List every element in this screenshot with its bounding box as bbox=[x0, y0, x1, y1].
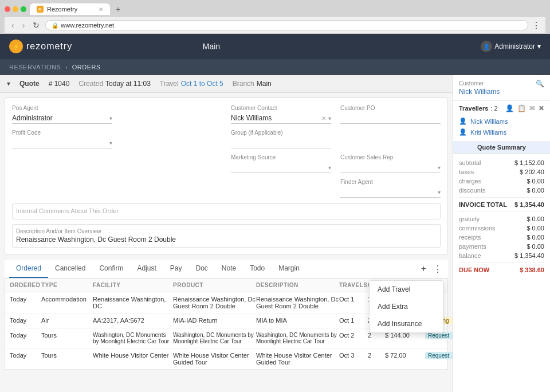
taxes-value: $ 202.40 bbox=[520, 168, 544, 175]
browser-more-button[interactable]: ⋮ bbox=[532, 20, 541, 31]
app-header: ⚡ rezometry Main 👤 Administrator ▾ bbox=[0, 34, 550, 59]
add-extra-item[interactable]: Add Extra bbox=[370, 298, 443, 315]
form-row-3: Marketing Source ▾ Customer Sales Rep ▾ bbox=[12, 154, 441, 173]
tab-cancelled[interactable]: Cancelled bbox=[48, 260, 92, 278]
refresh-button[interactable]: ↻ bbox=[30, 19, 42, 31]
profit-code-input[interactable] bbox=[12, 138, 109, 148]
tab-title: Rezometry bbox=[47, 6, 77, 13]
marketing-source-dropdown-icon[interactable]: ▾ bbox=[328, 164, 331, 171]
gratuity-value: $ 0.00 bbox=[527, 215, 544, 222]
add-insurance-item[interactable]: Add Insurance bbox=[370, 315, 443, 332]
receipts-label: receipts bbox=[459, 234, 481, 241]
customer-contact-dropdown-icon[interactable]: ▾ bbox=[328, 115, 331, 121]
quote-collapse-button[interactable]: ▾ bbox=[7, 80, 10, 88]
row3-facility: Washington, DC Monuments by Moonlight El… bbox=[93, 332, 173, 344]
row4-ordered: Today bbox=[10, 352, 41, 359]
group-input[interactable] bbox=[231, 138, 331, 148]
summary-balance-row: balance $ 1,354.40 bbox=[459, 251, 544, 260]
minimize-dot[interactable] bbox=[13, 6, 18, 12]
customer-contact-clear-button[interactable]: ✕ bbox=[321, 115, 326, 121]
traveller-list-button[interactable]: 📋 bbox=[517, 104, 526, 112]
tab-adjust[interactable]: Adjust bbox=[130, 260, 163, 278]
marketing-source-input[interactable] bbox=[231, 162, 328, 173]
browser-tab[interactable]: R Rezometry ✕ bbox=[30, 3, 110, 15]
row2-product: MIA-IAD Return bbox=[173, 317, 256, 324]
nav-orders[interactable]: ORDERS bbox=[72, 64, 101, 70]
tab-todo[interactable]: Todo bbox=[243, 260, 272, 278]
back-button[interactable]: ‹ bbox=[9, 19, 17, 31]
traveller-remove-button[interactable]: ✖ bbox=[539, 104, 544, 112]
app-title: Main bbox=[203, 42, 220, 51]
lock-icon: 🔒 bbox=[52, 22, 58, 29]
due-now-value: $ 338.60 bbox=[520, 266, 544, 273]
new-tab-button[interactable]: + bbox=[116, 5, 120, 14]
quote-number: # 1040 bbox=[49, 80, 70, 88]
tab-confirm[interactable]: Confirm bbox=[92, 260, 130, 278]
pos-agent-dropdown-icon[interactable]: ▾ bbox=[109, 115, 112, 121]
address-bar[interactable]: 🔒 www.rezometry.net bbox=[45, 20, 528, 30]
tab-doc[interactable]: Doc bbox=[188, 260, 214, 278]
spacer-row4c bbox=[231, 179, 331, 198]
finder-agent-wrapper: ▾ bbox=[340, 187, 441, 198]
traveller-add-button[interactable]: 👤 bbox=[505, 104, 514, 112]
internal-comments[interactable]: Internal Comments About This Order bbox=[12, 203, 441, 219]
customer-sales-rep-input[interactable] bbox=[340, 162, 438, 173]
marketing-source-label: Marketing Source bbox=[231, 154, 331, 160]
traveller-email-button[interactable]: ✉ bbox=[529, 104, 535, 112]
customer-contact-group: Customer Contact ✕ ▾ bbox=[231, 105, 331, 124]
finder-agent-input[interactable] bbox=[340, 187, 438, 197]
add-item-button[interactable]: + bbox=[420, 262, 427, 275]
pos-agent-input[interactable] bbox=[12, 113, 109, 123]
col-header-product: Product bbox=[173, 282, 256, 288]
tab-close-button[interactable]: ✕ bbox=[99, 6, 103, 13]
row3-product: Washington, DC Monuments by Moonlight El… bbox=[173, 332, 256, 344]
due-now-label: DUE NOW bbox=[459, 266, 489, 273]
travellers-count: : 2 bbox=[490, 105, 497, 112]
tab-pay[interactable]: Pay bbox=[163, 260, 189, 278]
row3-ordered: Today bbox=[10, 332, 41, 339]
add-travel-item[interactable]: Add Travel bbox=[370, 281, 443, 298]
forward-button[interactable]: › bbox=[20, 19, 28, 31]
summary-payments-row: payments $ 0.00 bbox=[459, 242, 544, 251]
row3-travels: Oct 2 bbox=[339, 332, 368, 339]
tab-note[interactable]: Note bbox=[215, 260, 243, 278]
admin-menu[interactable]: 👤 Administrator ▾ bbox=[481, 41, 541, 52]
tab-margin[interactable]: Margin bbox=[272, 260, 307, 278]
close-dot[interactable] bbox=[5, 6, 10, 12]
form-section: Pos Agent ▾ Customer Contact ✕ ▾ bbox=[5, 97, 448, 255]
row4-status: Request bbox=[425, 352, 453, 359]
customer-sales-rep-dropdown-icon[interactable]: ▾ bbox=[438, 164, 441, 171]
profit-code-dropdown-icon[interactable]: ▾ bbox=[109, 140, 112, 146]
travel-value[interactable]: Oct 1 to Oct 5 bbox=[181, 80, 223, 88]
customer-search-button[interactable]: 🔍 bbox=[536, 80, 544, 88]
subtotal-value: $ 1,152.00 bbox=[514, 159, 544, 166]
customer-name[interactable]: Nick Williams bbox=[459, 88, 544, 96]
col-header-facility: Facility bbox=[93, 282, 173, 288]
tab-ordered[interactable]: Ordered bbox=[9, 260, 48, 278]
quote-summary-section: Quote Summary subtotal $ 1,152.00 taxes … bbox=[453, 142, 550, 279]
sidebar: Customer 🔍 Nick Williams Travellers : 2 … bbox=[453, 75, 550, 392]
invoice-total-row: INVOICE TOTAL $ 1,354.40 bbox=[459, 200, 544, 209]
sidebar-travellers-section: Travellers : 2 👤 📋 ✉ ✖ 👤 Nick Williams 👤… bbox=[453, 101, 550, 142]
summary-charges-row: charges $ 0.00 bbox=[459, 177, 544, 186]
maximize-dot[interactable] bbox=[21, 6, 26, 12]
browser-chrome: R Rezometry ✕ + ‹ › ↻ 🔒 www.rezometry.ne… bbox=[0, 0, 550, 34]
more-options-button[interactable]: ⋮ bbox=[432, 262, 443, 276]
nav-reservations[interactable]: RESERVATIONS bbox=[9, 64, 61, 70]
spacer-group-3 bbox=[340, 130, 441, 148]
created-label: Created bbox=[78, 80, 103, 88]
traveller-2-name[interactable]: Kriti Williams bbox=[470, 129, 506, 136]
customer-po-input[interactable] bbox=[340, 113, 441, 124]
app-logo: ⚡ rezometry bbox=[9, 40, 72, 53]
url-text: www.rezometry.net bbox=[61, 22, 114, 29]
row2-description: MIA to MIA bbox=[256, 317, 339, 324]
customer-contact-input[interactable] bbox=[231, 113, 319, 123]
finder-agent-label: Finder Agent bbox=[340, 179, 441, 185]
finder-agent-dropdown-icon[interactable]: ▾ bbox=[438, 189, 441, 195]
description-area[interactable]: Description And/or Item Overview Renaiss… bbox=[12, 224, 441, 248]
table-row[interactable]: Today Tours White House Visitor Center W… bbox=[5, 348, 447, 370]
payments-value: $ 0.00 bbox=[527, 243, 544, 250]
traveller-1-name[interactable]: Nick Williams bbox=[470, 118, 508, 125]
quote-travel: Travel Oct 1 to Oct 5 bbox=[160, 80, 223, 88]
quote-header: ▾ Quote # 1040 Created Today at 11:03 Tr… bbox=[0, 75, 453, 93]
